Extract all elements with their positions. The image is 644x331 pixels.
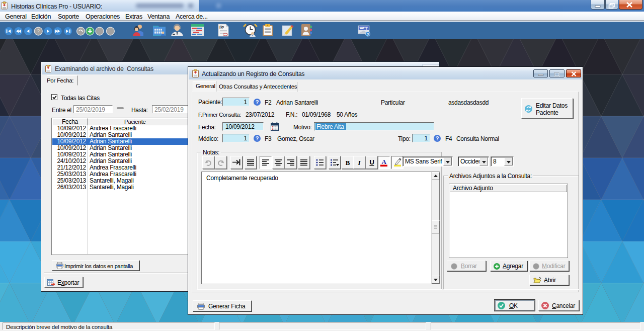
svg-text:B: B [346,159,350,167]
svg-text:R: R [219,25,223,30]
svg-text:?: ? [367,32,369,37]
svg-text:I: I [358,159,361,167]
svg-text:?: ? [37,29,40,34]
svg-text:A: A [381,158,386,166]
svg-text:U: U [369,158,374,166]
